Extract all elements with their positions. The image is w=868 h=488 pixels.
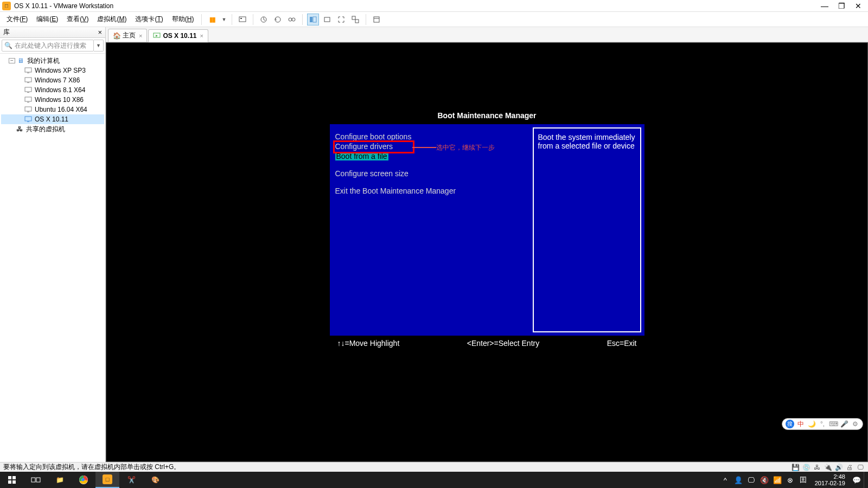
tree-label: OS X 10.11 bbox=[35, 115, 68, 123]
vm-console[interactable]: Boot Maintenance Manager Configure boot … bbox=[106, 42, 868, 462]
tree-vm-item[interactable]: Windows 8.1 X64 bbox=[1, 85, 104, 95]
vm-icon bbox=[24, 67, 33, 74]
home-icon: 🏠 bbox=[113, 32, 120, 40]
close-button[interactable]: ✕ bbox=[855, 2, 861, 10]
tray-people-icon[interactable]: 👤 bbox=[732, 472, 744, 488]
bios-hint-select: <Enter>=Select Entry bbox=[467, 339, 539, 348]
ime-punct-icon[interactable]: °, bbox=[818, 420, 827, 428]
device-sound-icon[interactable]: 🔊 bbox=[834, 464, 843, 471]
tab-home[interactable]: 🏠 主页 × bbox=[108, 29, 147, 42]
pause-button[interactable]: ▮▮ bbox=[206, 14, 218, 25]
ime-voice-icon[interactable]: 🎤 bbox=[840, 420, 848, 428]
taskbar-chrome[interactable] bbox=[72, 472, 95, 488]
ime-toolbar[interactable]: 搜 中 🌙 °, ⌨ 🎤 ⚙ bbox=[782, 418, 863, 430]
tray-monitor-icon[interactable]: 🖵 bbox=[745, 472, 757, 488]
show-desktop-button[interactable] bbox=[864, 472, 867, 488]
collapse-toggle[interactable]: − bbox=[9, 58, 15, 63]
tree-shared-vms[interactable]: 🖧 共享的虚拟机 bbox=[1, 124, 104, 134]
bios-menu-item[interactable]: Configure screen size bbox=[335, 169, 524, 178]
window-title: OS X 10.11 - VMware Workstation bbox=[14, 2, 821, 10]
separator bbox=[253, 14, 253, 25]
search-placeholder: 在此处键入内容进行搜索 bbox=[15, 41, 86, 50]
tray-close-icon[interactable]: ⊗ bbox=[784, 472, 796, 488]
revert-snapshot-button[interactable] bbox=[272, 14, 284, 25]
taskbar-explorer[interactable]: 📁 bbox=[48, 472, 72, 488]
svg-rect-13 bbox=[25, 68, 31, 72]
svg-rect-28 bbox=[12, 476, 16, 479]
ime-keyboard-icon[interactable]: ⌨ bbox=[829, 420, 838, 428]
device-cd-icon[interactable]: 💿 bbox=[802, 464, 810, 471]
start-button[interactable] bbox=[0, 472, 24, 488]
console-view-button[interactable] bbox=[307, 14, 319, 25]
device-printer-icon[interactable]: 🖨 bbox=[845, 464, 854, 471]
menu-edit[interactable]: 编辑(E) bbox=[33, 14, 61, 25]
library-button[interactable] bbox=[371, 14, 382, 25]
tree-label: Windows 8.1 X64 bbox=[35, 86, 85, 94]
search-icon: 🔍 bbox=[4, 42, 12, 49]
tray-network-icon[interactable]: 📶 bbox=[771, 472, 783, 488]
maximize-button[interactable]: ❐ bbox=[838, 2, 845, 10]
svg-rect-21 bbox=[25, 107, 31, 111]
snapshot-button[interactable] bbox=[258, 14, 270, 25]
menu-tabs[interactable]: 选项卡(T) bbox=[132, 14, 166, 25]
search-input[interactable]: 🔍 在此处键入内容进行搜索 bbox=[2, 40, 94, 52]
tree-vm-item[interactable]: Windows XP SP3 bbox=[1, 66, 104, 75]
menu-vm[interactable]: 虚拟机(M) bbox=[94, 14, 130, 25]
action-center-button[interactable]: 💬 bbox=[851, 472, 863, 488]
tab-label: OS X 10.11 bbox=[163, 32, 196, 40]
sidebar-close-button[interactable]: × bbox=[98, 28, 102, 36]
task-view-button[interactable] bbox=[24, 472, 48, 488]
tree-root-my-computer[interactable]: − 🖥 我的计算机 bbox=[1, 56, 104, 66]
device-usb-icon[interactable]: 🔌 bbox=[824, 464, 832, 471]
menu-view[interactable]: 查看(V) bbox=[63, 14, 92, 25]
menu-file[interactable]: 文件(F) bbox=[3, 14, 31, 25]
vmware-icon: □ bbox=[2, 2, 11, 10]
send-ctrl-alt-del-button[interactable] bbox=[237, 14, 248, 25]
svg-rect-9 bbox=[352, 16, 355, 20]
sidebar-title: 库 bbox=[3, 28, 10, 37]
tray-chevron-up-icon[interactable]: ^ bbox=[719, 472, 731, 488]
taskbar-snipping[interactable]: ✂️ bbox=[119, 472, 143, 488]
menu-help[interactable]: 帮助(H) bbox=[169, 14, 197, 25]
tree-vm-item[interactable]: Windows 7 X86 bbox=[1, 75, 104, 85]
tray-ime-icon[interactable]: 囯 bbox=[797, 472, 809, 488]
ime-settings-icon[interactable]: ⚙ bbox=[851, 420, 859, 428]
vm-icon bbox=[24, 106, 33, 113]
tree-vm-item-selected[interactable]: OS X 10.11 bbox=[1, 114, 104, 124]
minimize-button[interactable]: — bbox=[821, 2, 828, 10]
device-display-icon[interactable]: 🖵 bbox=[856, 464, 865, 471]
svg-rect-23 bbox=[25, 117, 31, 121]
manage-snapshot-button[interactable] bbox=[286, 14, 298, 25]
tab-close-button[interactable]: × bbox=[139, 33, 142, 39]
fullscreen-button[interactable] bbox=[335, 14, 347, 25]
bios-menu: Configure boot options Configure drivers… bbox=[330, 124, 529, 336]
tab-vm[interactable]: OS X 10.11 × bbox=[148, 29, 208, 42]
taskbar-vmware[interactable]: □ bbox=[95, 472, 119, 488]
tray-volume-icon[interactable]: 🔇 bbox=[758, 472, 770, 488]
tree-vm-item[interactable]: Windows 10 X86 bbox=[1, 95, 104, 105]
device-network-icon[interactable]: 🖧 bbox=[813, 464, 821, 471]
tree-vm-item[interactable]: Ubuntu 16.04 X64 bbox=[1, 105, 104, 114]
single-window-button[interactable] bbox=[321, 14, 333, 25]
ime-mode-button[interactable]: 中 bbox=[796, 420, 805, 428]
ime-moon-icon[interactable]: 🌙 bbox=[807, 420, 816, 428]
svg-rect-19 bbox=[25, 97, 31, 101]
bios-menu-item[interactable]: Exit the Boot Maintenance Manager bbox=[335, 186, 524, 196]
taskbar-clock[interactable]: 2:48 2017-02-19 bbox=[810, 473, 850, 486]
search-dropdown[interactable]: ▼ bbox=[94, 40, 104, 52]
clock-date: 2017-02-19 bbox=[815, 480, 845, 486]
sidebar-header: 库 × bbox=[0, 27, 105, 38]
annotation-line bbox=[412, 147, 436, 148]
vm-running-icon bbox=[153, 32, 161, 40]
tab-close-button[interactable]: × bbox=[200, 33, 203, 39]
device-hdd-icon[interactable]: 💾 bbox=[791, 464, 800, 471]
annotation-highlight-box bbox=[333, 140, 414, 153]
svg-rect-0 bbox=[239, 17, 246, 22]
power-dropdown[interactable]: ▼ bbox=[220, 17, 227, 22]
tree-label: Windows 7 X86 bbox=[35, 76, 80, 84]
separator bbox=[302, 14, 303, 25]
unity-button[interactable] bbox=[349, 14, 361, 25]
tab-label: 主页 bbox=[123, 31, 136, 40]
taskbar-paint[interactable]: 🎨 bbox=[143, 472, 167, 488]
svg-rect-29 bbox=[8, 480, 11, 484]
